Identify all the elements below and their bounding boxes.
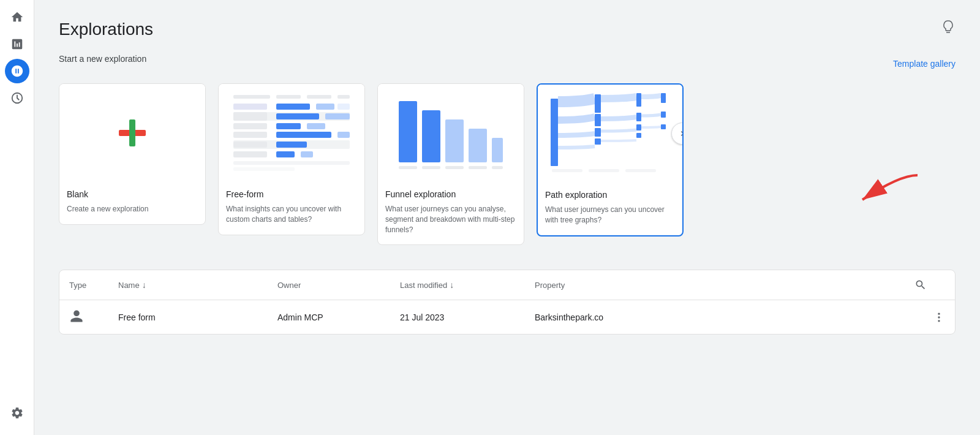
card-blank[interactable]: Blank Create a new exploration <box>59 83 206 225</box>
svg-rect-51 <box>552 169 582 172</box>
svg-rect-46 <box>636 124 641 130</box>
cell-more[interactable] <box>914 311 945 323</box>
svg-rect-17 <box>307 123 325 129</box>
svg-rect-33 <box>492 138 503 162</box>
card-freeform-name: Free-form <box>219 189 364 199</box>
card-freeform-info: Free-form What insights can you uncover … <box>219 189 364 235</box>
svg-rect-41 <box>595 114 601 126</box>
col-last-modified: Last modified ↓ <box>400 280 535 290</box>
blank-plus-icon <box>114 115 151 151</box>
path-preview-svg <box>546 89 674 178</box>
freeform-preview-svg <box>227 89 356 178</box>
svg-point-56 <box>938 316 940 318</box>
svg-rect-25 <box>276 151 295 157</box>
svg-rect-23 <box>276 142 307 148</box>
svg-rect-40 <box>595 94 601 113</box>
svg-rect-39 <box>551 99 558 166</box>
sidebar-item-advertising[interactable] <box>5 86 29 110</box>
card-freeform-visual <box>219 84 364 182</box>
svg-rect-24 <box>233 151 267 157</box>
name-sort-icon[interactable]: ↓ <box>142 280 146 290</box>
svg-rect-52 <box>589 169 619 172</box>
card-path-visual <box>538 85 682 183</box>
section-label: Start a new exploration <box>59 54 146 64</box>
modified-sort-icon[interactable]: ↓ <box>450 280 454 290</box>
person-icon <box>69 309 84 323</box>
svg-rect-49 <box>661 112 666 118</box>
card-freeform-desc: What insights can you uncover with custo… <box>219 202 364 235</box>
card-path-desc: What user journeys can you uncover with … <box>538 202 682 235</box>
table-row[interactable]: Free form Admin MCP 21 Jul 2023 Barksint… <box>59 300 955 334</box>
main-content: Explorations Start a new exploration Tem… <box>34 0 980 435</box>
explorations-table: Type Name ↓ Owner Last modified ↓ Proper… <box>59 270 956 335</box>
svg-point-55 <box>938 312 940 314</box>
svg-rect-18 <box>233 132 267 138</box>
svg-rect-50 <box>661 124 666 129</box>
svg-rect-53 <box>625 169 656 172</box>
card-blank-name: Blank <box>59 189 205 199</box>
sidebar <box>0 0 34 435</box>
svg-rect-14 <box>325 113 350 119</box>
header-row: Explorations <box>59 20 956 39</box>
svg-rect-4 <box>276 95 301 99</box>
svg-rect-12 <box>233 112 267 121</box>
card-funnel-name: Funnel exploration <box>378 189 524 199</box>
cards-row: Blank Create a new exploration <box>59 83 956 245</box>
svg-rect-38 <box>492 166 503 169</box>
card-path-name: Path exploration <box>538 190 682 200</box>
svg-rect-10 <box>337 104 350 110</box>
svg-rect-5 <box>307 95 331 99</box>
svg-rect-35 <box>422 166 440 169</box>
card-funnel-info: Funnel exploration What user journeys ca… <box>378 189 524 244</box>
svg-rect-2 <box>129 119 135 146</box>
svg-rect-34 <box>399 166 417 169</box>
lightbulb-icon[interactable] <box>941 20 956 38</box>
card-blank-info: Blank Create a new exploration <box>59 189 205 224</box>
svg-rect-22 <box>233 142 267 148</box>
svg-rect-37 <box>469 166 487 169</box>
svg-rect-31 <box>445 119 464 162</box>
svg-rect-13 <box>276 113 319 119</box>
svg-rect-32 <box>469 129 487 162</box>
svg-rect-16 <box>276 123 301 129</box>
svg-rect-20 <box>337 132 350 138</box>
col-property: Property <box>535 281 914 290</box>
col-owner: Owner <box>277 281 400 290</box>
svg-rect-36 <box>445 166 464 169</box>
svg-rect-19 <box>276 132 331 138</box>
svg-rect-45 <box>636 113 641 121</box>
svg-rect-42 <box>595 128 601 137</box>
card-blank-desc: Create a new exploration <box>59 202 205 224</box>
cards-section-header: Start a new exploration Template gallery <box>59 54 956 74</box>
svg-rect-6 <box>337 95 350 99</box>
cards-wrapper: Blank Create a new exploration <box>59 83 956 245</box>
cell-property: Barksinthepark.co <box>535 312 914 322</box>
more-vert-icon[interactable] <box>933 311 945 323</box>
svg-rect-8 <box>276 104 310 110</box>
col-name: Name ↓ <box>118 280 277 290</box>
svg-point-57 <box>938 320 940 322</box>
card-freeform[interactable]: Free-form What insights can you uncover … <box>218 83 365 235</box>
svg-rect-3 <box>233 95 270 99</box>
card-funnel[interactable]: Funnel exploration What user journeys ca… <box>377 83 524 245</box>
cell-owner: Admin MCP <box>277 312 400 322</box>
sidebar-item-explore[interactable] <box>5 59 29 83</box>
cell-last-modified: 21 Jul 2023 <box>400 312 535 322</box>
page-title: Explorations <box>59 20 153 39</box>
svg-rect-48 <box>661 93 666 103</box>
sidebar-item-reports[interactable] <box>5 32 29 56</box>
svg-rect-9 <box>316 104 334 110</box>
sidebar-item-home[interactable] <box>5 5 29 29</box>
col-type: Type <box>69 281 118 290</box>
search-icon[interactable] <box>914 279 927 291</box>
card-funnel-desc: What user journeys can you analyse, segm… <box>378 202 524 244</box>
sidebar-item-settings[interactable] <box>5 401 29 425</box>
svg-rect-44 <box>636 93 641 107</box>
card-path[interactable]: Path exploration What user journeys can … <box>537 83 684 236</box>
template-gallery-link[interactable]: Template gallery <box>893 59 956 69</box>
col-search <box>914 279 945 291</box>
table-header: Type Name ↓ Owner Last modified ↓ Proper… <box>59 270 955 300</box>
svg-rect-26 <box>301 151 313 157</box>
cell-type <box>69 309 118 325</box>
svg-rect-27 <box>233 161 350 165</box>
